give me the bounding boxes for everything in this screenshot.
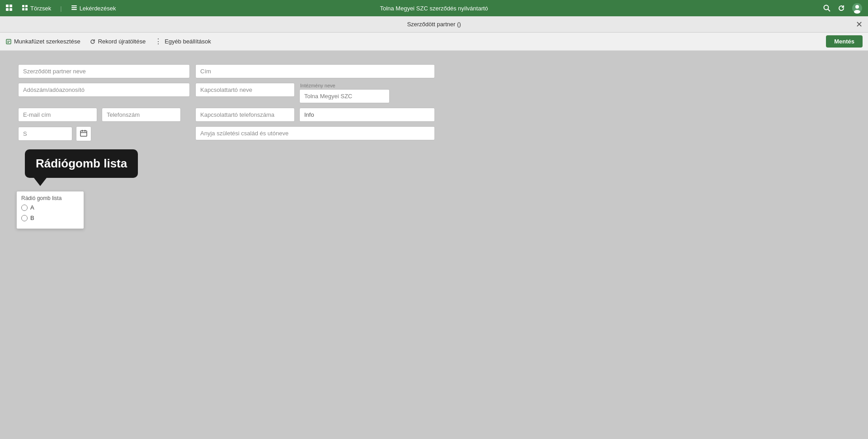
- main-content: Intézmény neve Tolna Megyei SZC: [0, 51, 868, 159]
- svg-rect-10: [71, 9, 77, 10]
- svg-line-12: [828, 10, 830, 12]
- top-bar: Törzsek | Lekérdezések Tolna Megyei SZC …: [0, 0, 868, 16]
- dropdown-container: Rádió gomb lista A B: [16, 191, 84, 229]
- lekerdezesek-button[interactable]: Lekérdezések: [71, 5, 116, 12]
- radio-item-b[interactable]: B: [21, 215, 79, 221]
- record-reload-label: Rekord újratöltése: [98, 38, 146, 45]
- svg-rect-3: [9, 8, 12, 11]
- svg-rect-1: [9, 5, 12, 7]
- radio-b-label: B: [30, 215, 34, 221]
- szuletesi-row: [18, 126, 190, 141]
- telefon-input[interactable]: [102, 108, 181, 122]
- svg-rect-0: [6, 5, 9, 7]
- form-row-3: [18, 108, 850, 122]
- avatar-button[interactable]: [852, 3, 863, 14]
- torzsek-button[interactable]: Törzsek: [22, 5, 51, 12]
- radio-a-label: A: [30, 204, 34, 211]
- svg-rect-19: [80, 131, 87, 136]
- svg-point-15: [854, 10, 860, 14]
- svg-rect-4: [22, 5, 24, 7]
- top-bar-right: [823, 3, 863, 14]
- intezmeny-group: Intézmény neve Tolna Megyei SZC: [299, 83, 390, 103]
- svg-rect-16: [6, 39, 11, 44]
- email-input[interactable]: [18, 108, 97, 122]
- app-title: Tolna Megyei SZC szerződés nyilvántartó: [380, 5, 488, 12]
- form-row-4: [18, 126, 850, 141]
- radio-b[interactable]: [21, 215, 28, 221]
- svg-rect-6: [22, 8, 24, 10]
- window-title: Szerződött partner (): [407, 21, 461, 28]
- workbook-icon: [5, 38, 12, 45]
- other-settings-label: Egyéb beállítások: [165, 38, 211, 45]
- search-button[interactable]: [823, 4, 831, 12]
- toolbar-left: Munkafüzet szerkesztése Rekord újratölté…: [5, 37, 211, 46]
- intezmeny-neve-label: Intézmény neve: [299, 83, 390, 88]
- right-column: [195, 64, 850, 78]
- save-button[interactable]: Mentés: [826, 35, 863, 48]
- szuletesi-input[interactable]: [18, 127, 72, 141]
- right-col-2: Intézmény neve Tolna Megyei SZC: [195, 83, 390, 103]
- email-phone-row: [18, 108, 190, 122]
- dropdown-title: Rádió gomb lista: [21, 195, 79, 201]
- reload-icon: [90, 38, 96, 45]
- workbook-edit-button[interactable]: Munkafüzet szerkesztése: [5, 38, 80, 45]
- form-row-2: Intézmény neve Tolna Megyei SZC: [18, 83, 850, 103]
- refresh-icon: [837, 4, 845, 12]
- tooltip-bubble: Rádiógomb lista: [25, 149, 138, 178]
- adoszam-input[interactable]: [18, 83, 190, 97]
- calendar-icon: [80, 129, 87, 137]
- workbook-edit-label: Munkafüzet szerkesztése: [14, 38, 80, 45]
- lekerdezesek-label: Lekérdezések: [80, 5, 116, 12]
- other-settings-button[interactable]: ⋮ Egyéb beállítások: [155, 37, 211, 46]
- left-column: [18, 64, 190, 78]
- tooltip-label: Rádiógomb lista: [36, 157, 127, 170]
- tooltip-arrow: [34, 178, 47, 186]
- radio-item-a[interactable]: A: [21, 204, 79, 211]
- avatar-icon: [852, 3, 863, 14]
- left-col-2: [18, 83, 190, 103]
- anya-input[interactable]: [195, 126, 435, 140]
- torzsek-label: Törzsek: [30, 5, 51, 12]
- dots-icon: ⋮: [155, 37, 162, 46]
- svg-point-14: [855, 5, 859, 9]
- top-bar-left: Törzsek | Lekérdezések: [5, 4, 116, 13]
- info-input[interactable]: [299, 108, 435, 122]
- svg-rect-8: [71, 5, 77, 6]
- refresh-button[interactable]: [837, 4, 845, 12]
- toolbar: Munkafüzet szerkesztése Rekord újratölté…: [0, 33, 868, 51]
- intezmeny-neve-value: Tolna Megyei SZC: [299, 89, 390, 103]
- tooltip-container: Rádiógomb lista: [25, 149, 138, 186]
- radio-a[interactable]: [21, 205, 28, 211]
- sub-bar: Szerződött partner () ✕: [0, 16, 868, 33]
- close-button[interactable]: ✕: [856, 20, 863, 29]
- search-icon: [823, 4, 831, 12]
- calendar-button[interactable]: [76, 126, 91, 141]
- cim-input[interactable]: [195, 64, 435, 78]
- right-col-4: [195, 126, 435, 141]
- svg-rect-9: [71, 7, 77, 8]
- svg-rect-2: [6, 8, 9, 11]
- svg-point-11: [824, 5, 829, 10]
- svg-rect-5: [25, 5, 28, 7]
- form-row-1: [18, 64, 850, 78]
- left-col-4: [18, 126, 190, 141]
- svg-rect-7: [25, 8, 28, 10]
- lekerdezesek-icon: [71, 5, 77, 12]
- right-col-3: [195, 108, 435, 122]
- left-col-3: [18, 108, 190, 122]
- grid-menu-button[interactable]: [5, 4, 13, 13]
- torzsek-icon: [22, 5, 28, 12]
- grid-icon: [5, 4, 13, 13]
- kapcsolattarto-tel-input[interactable]: [195, 108, 295, 122]
- record-reload-button[interactable]: Rekord újratöltése: [90, 38, 146, 45]
- kapcsolattarto-neve-input[interactable]: [195, 83, 295, 97]
- partner-neve-input[interactable]: [18, 64, 190, 78]
